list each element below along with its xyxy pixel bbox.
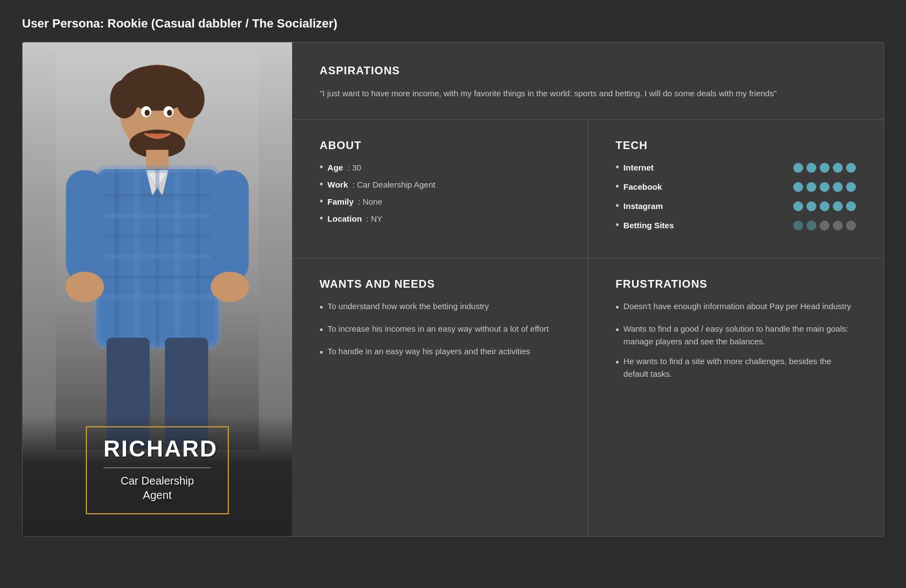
about-work-value: : Car Dealership Agent	[353, 180, 436, 189]
dot	[806, 182, 816, 192]
about-title: ABOUT	[320, 139, 560, 152]
list-item: Facebook	[616, 181, 856, 193]
list-item: Family: None	[320, 196, 560, 207]
tech-instagram-label: Instagram	[623, 201, 663, 211]
list-item: Work: Car Dealership Agent	[320, 179, 560, 190]
dot	[806, 201, 816, 211]
list-item: Doesn't have enough information about Pa…	[616, 300, 856, 315]
tech-list: Internet Facebook	[616, 162, 856, 231]
persona-card: RICHARD Car Dealership Agent ASPIRATIONS…	[22, 42, 884, 537]
dot	[820, 182, 830, 192]
wants-list: To understand how work the betting indus…	[320, 300, 560, 360]
frustrations-item-2: Wants to find a good / easy solution to …	[623, 323, 856, 348]
dot	[820, 221, 830, 230]
job-line1: Car Dealership	[120, 475, 194, 487]
list-item: Internet	[616, 162, 856, 173]
list-item: To handle in an easy way his players and…	[320, 345, 560, 360]
about-age-label: Age	[327, 163, 343, 172]
tech-betting-label: Betting Sites	[623, 221, 674, 230]
dot	[846, 163, 856, 173]
middle-row: ABOUT Age: 30 Work: Car Dealership Agent…	[292, 120, 883, 259]
tech-facebook-dots	[793, 182, 856, 192]
person-name: RICHARD	[103, 436, 211, 462]
svg-point-9	[167, 109, 172, 116]
wants-item-3: To handle in an easy way his players and…	[327, 345, 530, 360]
tech-title: TECH	[616, 139, 856, 152]
dot	[806, 163, 816, 173]
svg-point-8	[145, 109, 150, 116]
wants-title: WANTS AND NEEDS	[320, 278, 560, 290]
svg-point-4	[176, 80, 205, 118]
dot	[820, 201, 830, 211]
about-age-value: : 30	[348, 163, 361, 172]
list-item: Instagram	[616, 200, 856, 212]
tech-betting-dots	[793, 221, 856, 230]
name-badge: RICHARD Car Dealership Agent	[23, 415, 292, 536]
list-item: To understand how work the betting indus…	[320, 300, 560, 315]
list-item: Betting Sites	[616, 219, 856, 231]
svg-rect-27	[66, 170, 104, 282]
tech-facebook-label: Facebook	[623, 182, 662, 191]
dot	[833, 182, 843, 192]
about-list: Age: 30 Work: Car Dealership Agent Famil…	[320, 162, 560, 224]
right-panel: ASPIRATIONS "I just want to have more in…	[292, 42, 883, 536]
wants-item-2: To increase his incomes in an easy way w…	[327, 323, 548, 338]
svg-point-30	[211, 272, 249, 302]
list-item: Wants to find a good / easy solution to …	[616, 323, 856, 348]
person-job: Car Dealership Agent	[103, 474, 211, 502]
tech-internet-label: Internet	[623, 163, 654, 172]
tech-instagram-dots	[793, 201, 856, 211]
svg-rect-28	[211, 170, 249, 282]
page-title: User Persona: Rookie (Casual dabbler / T…	[22, 17, 884, 31]
about-family-label: Family	[327, 197, 354, 206]
wants-section: WANTS AND NEEDS To understand how work t…	[292, 259, 588, 536]
dot	[793, 182, 803, 192]
list-item: Location: NY	[320, 213, 560, 224]
dot	[833, 201, 843, 211]
dot	[793, 201, 803, 211]
dot	[833, 163, 843, 173]
dot	[846, 221, 856, 230]
frustrations-title: FRUSTRATIONS	[616, 278, 856, 290]
about-section: ABOUT Age: 30 Work: Car Dealership Agent…	[292, 120, 588, 258]
list-item: He wants to find a site with more challe…	[616, 355, 856, 380]
about-location-value: : NY	[366, 214, 382, 223]
name-divider	[103, 468, 211, 468]
list-item: Age: 30	[320, 162, 560, 173]
about-location-label: Location	[327, 214, 362, 223]
page-container: User Persona: Rookie (Casual dabbler / T…	[0, 0, 906, 553]
list-item: To increase his incomes in an easy way w…	[320, 323, 560, 338]
person-silhouette-svg	[53, 53, 262, 449]
dot	[793, 163, 803, 173]
name-box: RICHARD Car Dealership Agent	[86, 426, 229, 514]
tech-internet-dots	[793, 163, 856, 173]
dot	[846, 201, 856, 211]
frustrations-item-3: He wants to find a site with more challe…	[623, 355, 856, 380]
wants-item-1: To understand how work the betting indus…	[327, 300, 489, 315]
svg-point-3	[110, 80, 139, 118]
dot	[820, 163, 830, 173]
bottom-row: WANTS AND NEEDS To understand how work t…	[292, 259, 883, 536]
dot	[793, 221, 803, 230]
about-work-label: Work	[327, 180, 348, 189]
aspirations-title: ASPIRATIONS	[320, 64, 856, 77]
frustrations-item-1: Doesn't have enough information about Pa…	[623, 300, 851, 315]
about-family-value: : None	[358, 197, 382, 206]
job-line2: Agent	[143, 489, 172, 501]
tech-section: TECH Internet	[588, 120, 883, 258]
dot	[806, 221, 816, 230]
frustrations-list: Doesn't have enough information about Pa…	[616, 300, 856, 380]
dot	[846, 182, 856, 192]
aspirations-quote: "I just want to have more income, with m…	[320, 87, 856, 100]
svg-point-29	[65, 272, 104, 302]
aspirations-section: ASPIRATIONS "I just want to have more in…	[292, 42, 883, 120]
dot	[833, 221, 843, 230]
frustrations-section: FRUSTRATIONS Doesn't have enough informa…	[588, 259, 883, 536]
left-panel: RICHARD Car Dealership Agent	[23, 42, 292, 536]
